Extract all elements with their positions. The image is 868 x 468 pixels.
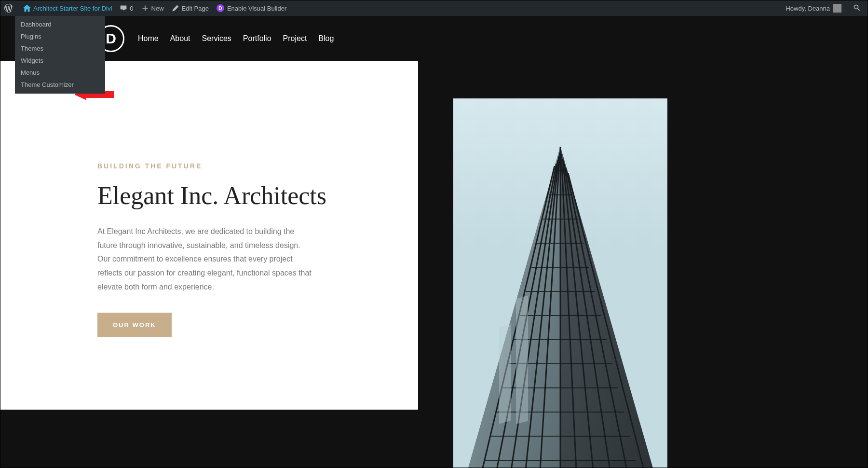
hero-section: BUILDING THE FUTURE Elegant Inc. Archite… — [72, 61, 796, 410]
enable-vb-label: Enable Visual Builder — [227, 5, 286, 12]
dropdown-themes[interactable]: Themes — [15, 42, 105, 55]
new-content-menu[interactable]: New — [137, 0, 168, 16]
comment-icon — [120, 4, 127, 12]
home-icon — [23, 4, 31, 12]
wp-admin-bar: Architect Starter Site for Divi 0 New Ed… — [0, 0, 868, 16]
comments-menu[interactable]: 0 — [116, 0, 137, 16]
admin-bar-right: Howdy, Deanna — [782, 0, 868, 16]
hero-body: At Elegant Inc Architects, we are dedica… — [97, 225, 314, 294]
search-menu[interactable] — [850, 0, 864, 16]
hero-title: Elegant Inc. Architects — [97, 181, 389, 210]
nav-portfolio[interactable]: Portfolio — [243, 34, 271, 43]
hero-content: BUILDING THE FUTURE Elegant Inc. Archite… — [97, 61, 418, 410]
search-icon — [853, 4, 861, 13]
my-account-menu[interactable]: Howdy, Deanna — [782, 0, 845, 16]
site-name-dropdown: Dashboard Plugins Themes Widgets Menus T… — [15, 15, 105, 94]
nav-services[interactable]: Services — [202, 34, 231, 43]
nav-blog[interactable]: Blog — [318, 34, 334, 43]
dropdown-theme-customizer[interactable]: Theme Customizer — [15, 79, 105, 91]
hero-tagline: BUILDING THE FUTURE — [97, 162, 389, 170]
pencil-icon — [172, 4, 179, 12]
nav-project[interactable]: Project — [283, 34, 307, 43]
plus-icon — [141, 4, 149, 12]
divi-icon: D — [217, 4, 224, 12]
site-name-menu[interactable]: Architect Starter Site for Divi — [19, 0, 116, 16]
edit-page-menu[interactable]: Edit Page — [168, 0, 213, 16]
wp-logo-menu[interactable] — [0, 0, 19, 16]
howdy-label: Howdy, Deanna — [786, 5, 830, 12]
nav-home[interactable]: Home — [138, 34, 159, 43]
avatar-icon — [833, 4, 841, 13]
site-preview: D Home About Services Portfolio Project … — [0, 16, 868, 468]
admin-bar-left: Architect Starter Site for Divi 0 New Ed… — [0, 0, 290, 16]
svg-rect-27 — [499, 324, 511, 424]
dropdown-plugins[interactable]: Plugins — [15, 30, 105, 42]
dropdown-menus[interactable]: Menus — [15, 67, 105, 79]
new-label: New — [151, 5, 164, 12]
enable-vb-menu[interactable]: D Enable Visual Builder — [213, 0, 290, 16]
comments-count: 0 — [130, 5, 133, 12]
edit-page-label: Edit Page — [182, 5, 209, 12]
svg-rect-28 — [516, 295, 528, 424]
our-work-button[interactable]: OUR WORK — [97, 313, 172, 337]
dropdown-widgets[interactable]: Widgets — [15, 55, 105, 67]
hero-image — [453, 98, 667, 468]
wordpress-icon — [4, 4, 13, 13]
dropdown-dashboard[interactable]: Dashboard — [15, 18, 105, 30]
site-name-label: Architect Starter Site for Divi — [33, 5, 112, 12]
nav-about[interactable]: About — [170, 34, 190, 43]
